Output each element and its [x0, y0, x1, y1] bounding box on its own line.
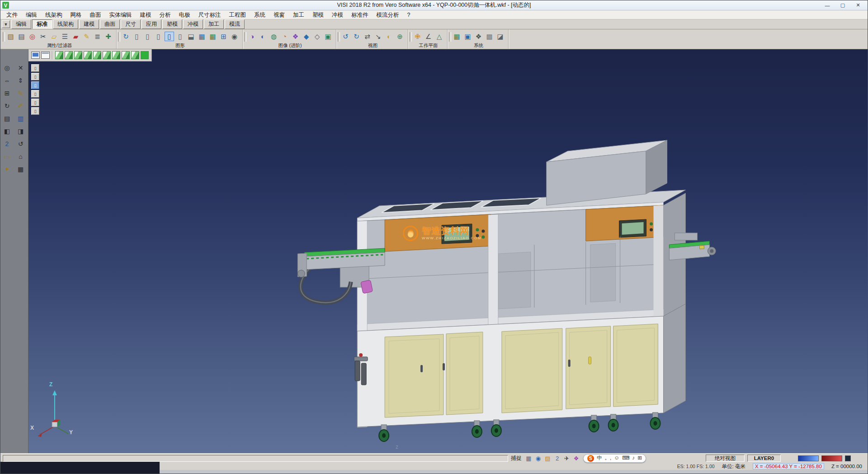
cut-icon[interactable]: ✂ — [38, 32, 48, 41]
clip-view-button[interactable]: ▯ — [31, 107, 39, 115]
close-button[interactable]: ✕ — [850, 1, 866, 10]
tab[interactable]: 建模 — [79, 19, 99, 29]
window-view-button[interactable] — [41, 52, 50, 59]
quarter-icon[interactable]: ◔ — [280, 32, 289, 41]
tab[interactable]: 尺寸 — [121, 19, 141, 29]
ime-button[interactable]: ⊞ — [637, 455, 642, 461]
copy-attributes-icon[interactable]: ▤ — [17, 32, 26, 41]
system-grid-icon[interactable]: ▦ — [452, 32, 462, 41]
menu-item[interactable]: 网格 — [66, 10, 86, 19]
ime-button[interactable]: ⌨ — [622, 455, 630, 461]
settings-icon[interactable]: ❖ — [474, 32, 483, 41]
stack-icon[interactable]: ≣ — [93, 32, 102, 41]
iso-view-cube-button[interactable] — [103, 51, 111, 59]
menu-item[interactable]: 视窗 — [269, 10, 289, 19]
left-tool-icon[interactable]: ⇔ — [2, 76, 12, 85]
tab[interactable]: 曲面 — [100, 19, 120, 29]
menu-item[interactable]: 标准件 — [347, 10, 373, 19]
maximize-button[interactable]: ▢ — [835, 1, 850, 10]
iso-view-cube-button[interactable] — [74, 51, 82, 59]
clip-view-button[interactable]: ▯ — [31, 99, 39, 106]
menu-item[interactable]: ? — [403, 10, 415, 19]
menu-item[interactable]: 分析 — [156, 10, 175, 19]
edit-pencil-icon[interactable]: ✎ — [82, 32, 91, 41]
tab[interactable]: 标准 — [32, 19, 52, 29]
status-icon[interactable]: ▨ — [543, 455, 552, 462]
menu-item[interactable]: 系统 — [250, 10, 269, 19]
sheet-icon[interactable]: ⬓ — [186, 32, 196, 41]
menu-item[interactable]: 曲面 — [86, 10, 105, 19]
refresh-icon[interactable]: ↻ — [121, 32, 131, 41]
clip-view-button[interactable]: ▯ — [31, 73, 39, 81]
tab[interactable]: 线架构 — [53, 19, 78, 29]
left-tool-icon[interactable]: ◎ — [2, 63, 12, 73]
iso-view-cube-button[interactable] — [93, 51, 101, 59]
clip-view-button[interactable]: ▯ — [31, 81, 39, 89]
menu-item[interactable]: 文件 — [2, 10, 22, 19]
shade-half-icon[interactable]: ◑ — [247, 32, 257, 41]
wire-icon[interactable]: ◇ — [312, 32, 322, 41]
tab[interactable]: 加工 — [204, 19, 224, 29]
ime-button[interactable]: 中 — [597, 455, 602, 461]
left-tool-icon[interactable]: ▦ — [16, 164, 26, 174]
tab[interactable]: 塑模 — [162, 19, 182, 29]
iso-view-cube-button[interactable] — [84, 51, 92, 59]
pan-icon[interactable]: ⇄ — [363, 32, 372, 41]
left-tool-icon[interactable]: ↻ — [2, 101, 12, 111]
left-tool-icon[interactable]: ▤ — [2, 114, 12, 123]
dynamic-view-icon[interactable]: ◐ — [384, 32, 394, 41]
menu-item[interactable]: 工程图 — [225, 10, 250, 19]
left-tool-icon[interactable]: ▥ — [16, 114, 26, 123]
left-tool-icon[interactable]: ✕ — [16, 63, 26, 73]
status-icon[interactable]: ▦ — [524, 455, 533, 462]
ime-button[interactable]: 。, — [605, 455, 612, 461]
iso-view-cube-button[interactable] — [65, 51, 73, 59]
left-tool-icon[interactable]: ◨ — [16, 126, 26, 136]
iso-view-cube-button[interactable] — [131, 51, 139, 59]
menu-item[interactable]: 冲模 — [328, 10, 347, 19]
minimize-button[interactable]: — — [820, 1, 835, 10]
viewport-3d[interactable]: ▯▯▯▯▯▯ 智造资料网 WWW.ZHIZAOZILIAO.COM Z X Y … — [28, 49, 868, 453]
hatch-icon[interactable]: ▩ — [485, 32, 494, 41]
status-icon[interactable]: ❖ — [572, 455, 580, 462]
menu-item[interactable]: 实体编辑 — [105, 10, 136, 19]
tab[interactable]: 冲模 — [183, 19, 203, 29]
snapshot-icon[interactable]: ◉ — [230, 32, 239, 41]
status-icon[interactable]: ◉ — [534, 455, 542, 462]
menu-item[interactable]: 编辑 — [22, 10, 41, 19]
rotate-ccw-icon[interactable]: ↺ — [341, 32, 350, 41]
tab[interactable]: 模流 — [225, 19, 245, 29]
status-icon[interactable]: ✈ — [562, 455, 571, 462]
dark-swatch[interactable] — [845, 455, 851, 461]
layer-field[interactable]: LAYER0 — [747, 455, 781, 462]
center-view-icon[interactable]: ⊕ — [395, 32, 405, 41]
iso-view-cube-button[interactable] — [112, 51, 120, 59]
snap-toggle[interactable]: 捕捉 — [511, 455, 522, 462]
left-tool-icon[interactable]: ▭ — [2, 152, 12, 161]
red-layer-icon[interactable]: ▰ — [71, 32, 80, 41]
iso-view-cube-button[interactable] — [122, 51, 130, 59]
status-icon[interactable]: 2 — [553, 455, 561, 462]
filter-icon[interactable]: ◎ — [28, 32, 37, 41]
left-tool-icon[interactable]: ✎ — [16, 88, 26, 98]
left-tool-icon[interactable]: 2 — [2, 139, 12, 149]
ime-button[interactable]: ♪ — [632, 455, 635, 461]
linestyle-4-icon[interactable]: ▯ — [175, 32, 185, 41]
gem-icon[interactable]: ❖ — [291, 32, 300, 41]
tab-dropdown-button[interactable]: ▼ — [2, 20, 10, 28]
clip-view-button[interactable]: ▯ — [31, 64, 39, 72]
rotate-cw-icon[interactable]: ↻ — [352, 32, 361, 41]
tab[interactable]: 应用 — [142, 19, 161, 29]
paint-attributes-icon[interactable]: ▧ — [6, 32, 15, 41]
workplane-icon[interactable]: ✙ — [413, 32, 422, 41]
red-swatch[interactable] — [821, 455, 842, 461]
menu-item[interactable]: 模流分析 — [373, 10, 403, 19]
add-icon[interactable]: ✚ — [104, 32, 113, 41]
list-icon[interactable]: ☰ — [60, 32, 70, 41]
tab[interactable]: 编辑 — [11, 19, 31, 29]
texture-icon[interactable]: ▣ — [323, 32, 333, 41]
shaded-view-button[interactable] — [31, 52, 40, 59]
menu-item[interactable]: 电极 — [175, 10, 194, 19]
left-tool-icon[interactable]: ↺ — [16, 139, 26, 149]
menu-item[interactable]: 线架构 — [41, 10, 66, 19]
